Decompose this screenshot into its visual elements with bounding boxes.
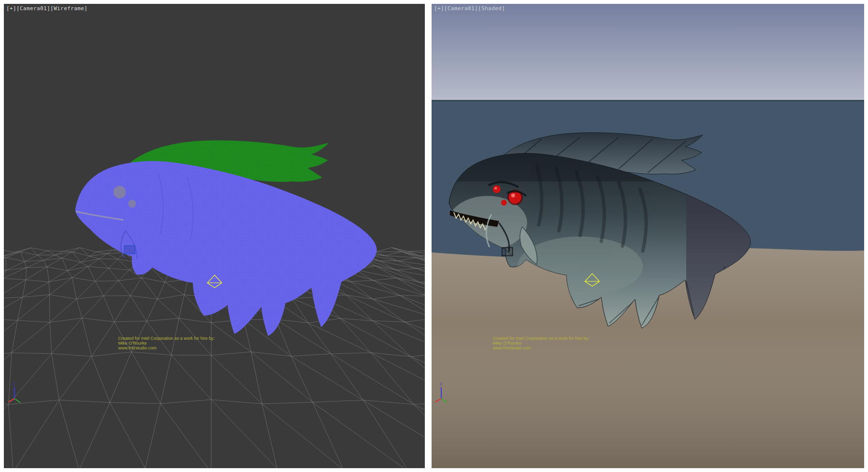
world-axis-tripod: z bbox=[8, 381, 20, 403]
helper-box-gizmo[interactable] bbox=[502, 248, 513, 256]
fish-eye-small bbox=[128, 200, 136, 208]
watermark-line-3: www.fritzstudio.com bbox=[493, 346, 589, 350]
watermark-text: Created for Intel Corporation as a work … bbox=[493, 336, 589, 350]
viewport-wireframe-canvas: z bbox=[4, 4, 425, 468]
fish-eye bbox=[113, 186, 126, 198]
horizon-line bbox=[432, 100, 864, 101]
watermark-line-2: Mike O'Rourke bbox=[493, 341, 589, 346]
axis-z-label: z bbox=[440, 381, 442, 386]
viewport-wireframe[interactable]: z [+][Camera01][Wireframe] Created for I… bbox=[4, 4, 425, 468]
viewport-label-shaded[interactable]: [+][Camera01][Shaded] bbox=[434, 5, 505, 12]
viewport-shaded-canvas: z bbox=[432, 4, 864, 468]
helper-box-gizmo[interactable] bbox=[124, 246, 135, 254]
watermark-line-2: Mike O'Rourke bbox=[118, 341, 215, 346]
watermark-line-3: www.fritzstudio.com bbox=[118, 346, 215, 350]
watermark-text: Created for Intel Corporation as a work … bbox=[118, 336, 215, 350]
fish-model-wireframe[interactable] bbox=[75, 140, 377, 336]
viewport-shaded[interactable]: z [+][Camera01][Shaded] Created for Inte… bbox=[432, 4, 864, 468]
axis-z-label: z bbox=[13, 381, 15, 386]
screenshot-stage: { "viewport_left": { "label": "[+][Camer… bbox=[0, 0, 868, 472]
sky bbox=[432, 4, 864, 100]
viewport-label-wireframe[interactable]: [+][Camera01][Wireframe] bbox=[6, 5, 88, 12]
watermark-line-1: Created for Intel Corporation as a work … bbox=[493, 336, 589, 341]
watermark-line-1: Created for Intel Corporation as a work … bbox=[118, 336, 215, 341]
